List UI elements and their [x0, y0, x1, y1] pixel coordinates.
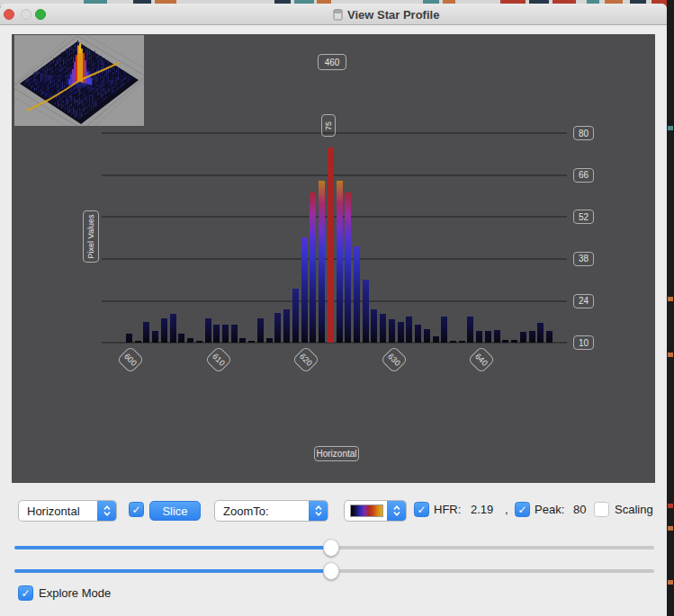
profile-bar [345, 192, 351, 343]
profile-bar [354, 246, 360, 343]
x-axis-tick-label: 600 [116, 345, 144, 373]
gridline [102, 300, 567, 302]
profile-bar [283, 309, 290, 343]
background-speckle [668, 126, 673, 130]
gridline [102, 258, 567, 260]
profile-bar [433, 336, 439, 343]
x-axis-tick-label: 620 [292, 345, 319, 373]
zoomto-select[interactable]: ZoomTo: [214, 500, 328, 522]
slider-2[interactable] [14, 562, 654, 580]
slice-direction-value: Horizontal [19, 504, 97, 518]
slider-1-fill [14, 546, 331, 549]
profile-bar [380, 314, 386, 343]
profile-bar [257, 318, 264, 343]
profile-bar [511, 340, 517, 343]
stepper-icon [309, 501, 328, 521]
y-axis-tick-label: 24 [573, 294, 594, 308]
scaling-checkbox[interactable] [594, 502, 609, 517]
background-speckle [668, 297, 673, 301]
checkmark-icon: ✓ [417, 504, 426, 515]
background-speckle [668, 526, 673, 531]
profile-bar [187, 338, 193, 343]
y-axis-tick-label: 80 [573, 126, 594, 140]
checkmark-icon: ✓ [21, 588, 30, 599]
zoom-button[interactable] [35, 9, 46, 20]
stepper-icon [97, 501, 116, 521]
y-axis-tick-label: 10 [573, 335, 594, 350]
view-star-profile-window: View Star Profile 8066523824106006106206… [0, 4, 667, 616]
colormap-select[interactable] [344, 500, 407, 522]
y-axis-tick-label: 52 [573, 210, 594, 224]
slice-direction-select[interactable]: Horizontal [18, 500, 117, 522]
profile-bar [424, 329, 430, 343]
profile-bar [301, 237, 308, 343]
x-axis-tick-label: 610 [204, 345, 232, 373]
profile-bar [363, 280, 369, 343]
colormap-swatch [350, 504, 383, 517]
peak-value: 80 [573, 503, 586, 516]
star-profile-chart[interactable]: 80665238241060061062063064046075Pixel Va… [12, 34, 655, 483]
profile-bar [196, 341, 202, 343]
stepper-icon [387, 501, 406, 521]
profile-bar [143, 322, 149, 343]
profile-bar [152, 331, 158, 343]
window-title: View Star Profile [347, 8, 439, 22]
profile-bar [494, 330, 500, 343]
profile-bar [520, 332, 526, 343]
slider-2-knob[interactable] [323, 562, 339, 580]
x-axis-tick-label: 630 [380, 345, 408, 373]
profile-bar [337, 181, 343, 343]
profile-bar [239, 338, 246, 343]
slider-2-fill [14, 569, 331, 573]
scaling-label: Scaling [615, 503, 653, 516]
checkmark-icon: ✓ [517, 504, 526, 515]
hfr-label: HFR: [434, 503, 461, 516]
profile-bar [546, 331, 553, 343]
background-speckle [668, 504, 673, 508]
hfr-checkbox[interactable]: ✓ [414, 502, 429, 517]
profile-bar [529, 331, 535, 343]
profile-bar [485, 331, 491, 343]
y-axis-title: Pixel Values [83, 210, 99, 263]
profile-bar [310, 192, 316, 343]
peak-label: Peak: [535, 503, 564, 516]
slider-1[interactable] [14, 539, 654, 557]
profile-bar [415, 325, 421, 343]
peak-checkbox[interactable]: ✓ [515, 502, 530, 517]
profile-bar [450, 341, 456, 343]
hfr-separator: , [505, 503, 508, 516]
slider-1-knob[interactable] [323, 539, 339, 557]
profile-bar [441, 317, 447, 343]
close-button[interactable] [4, 9, 14, 20]
profile-bar [205, 318, 211, 343]
x-axis-title: Horizontal [314, 446, 359, 461]
profile-bar [328, 147, 334, 343]
title-group: View Star Profile [333, 4, 439, 25]
profile-bar [135, 341, 141, 343]
y-axis-tick-label: 38 [573, 252, 594, 266]
profile-bar [161, 318, 167, 343]
checkmark-icon: ✓ [131, 504, 140, 515]
profile-bar [178, 334, 184, 343]
profile-bar [459, 341, 465, 343]
column-position-label: 460 [318, 54, 346, 70]
star-3d-thumbnail [14, 35, 144, 126]
minimize-button[interactable] [21, 9, 31, 20]
profile-bar [319, 181, 325, 343]
explore-mode-checkbox[interactable]: ✓ [18, 585, 33, 601]
profile-bar [222, 325, 229, 343]
profile-bar [537, 323, 544, 343]
profile-bar [389, 319, 395, 343]
slice-button[interactable]: Slice [149, 501, 201, 521]
background-speckle [668, 353, 673, 357]
profile-bar [266, 338, 273, 343]
gridline [102, 174, 567, 176]
document-proxy-icon [333, 9, 343, 21]
profile-bar [292, 289, 299, 343]
titlebar: View Star Profile [0, 4, 667, 25]
explore-mode-label: Explore Mode [39, 586, 111, 600]
profile-bar [467, 317, 473, 343]
slice-checkbox[interactable]: ✓ [129, 502, 144, 517]
profile-bar [248, 341, 255, 343]
y-axis-tick-label: 66 [573, 168, 594, 183]
